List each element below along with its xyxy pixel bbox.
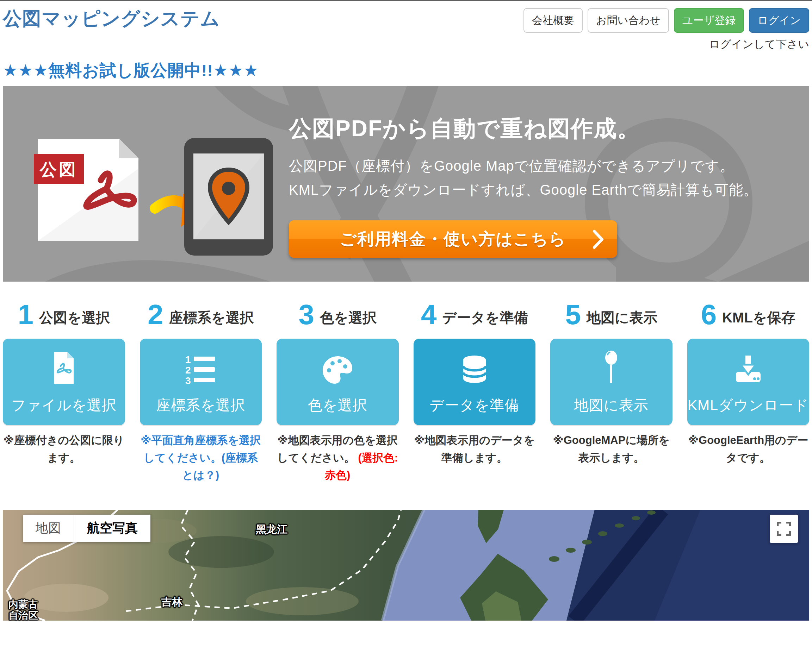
map-label-inner-mongolia-2: 自治区 <box>8 609 38 621</box>
hero-illustration: 公図 <box>24 86 292 282</box>
step-note: ※地図表示用の色を選択してください。 (選択色:赤色) <box>276 432 399 484</box>
svg-text:2: 2 <box>185 365 191 376</box>
map-type-button-satellite[interactable]: 航空写真 <box>73 514 150 542</box>
step-number: 3 <box>299 301 314 329</box>
step-number: 2 <box>148 301 163 329</box>
fullscreen-button[interactable] <box>770 514 798 543</box>
kml-download-tile[interactable]: KMLダウンロード <box>687 339 809 425</box>
step-number: 6 <box>701 301 717 329</box>
step-note-crs-link[interactable]: ※平面直角座標系を選択してください。(座標系とは？) <box>140 432 262 484</box>
login-hint-text: ログインして下さい <box>3 37 809 52</box>
tile-label: データを準備 <box>429 396 519 415</box>
map-pin-icon <box>603 349 620 384</box>
step-title: データを準備 <box>443 302 528 327</box>
tablet-icon <box>184 138 273 256</box>
svg-text:1: 1 <box>185 354 191 365</box>
step-title: 公図を選択 <box>39 302 110 327</box>
select-color-tile[interactable]: 色を選択 <box>276 339 399 425</box>
step-column-select-crs: 2 座標系を選択 1 2 3 座標系を選択 ※平面直角座標系を選択してください。… <box>140 298 262 495</box>
step-title: 色を選択 <box>320 302 377 327</box>
hero-banner: 公図 公図PDFから自動で重ね図作成 <box>3 86 809 282</box>
step-note: ※GoogleMAPに場所を表示します。 <box>550 432 673 466</box>
login-button[interactable]: ログイン <box>749 8 809 33</box>
palette-icon <box>322 349 353 384</box>
download-icon <box>733 349 763 384</box>
numbered-list-icon: 1 2 3 <box>185 349 217 384</box>
step-column-show-on-map: 5 地図に表示 地図に表示 ※GoogleMAPに場所を表示します。 <box>550 298 673 495</box>
fullscreen-icon <box>777 522 791 536</box>
step-title: 座標系を選択 <box>169 302 254 327</box>
pdf-file-icon <box>51 349 76 384</box>
tile-label: KMLダウンロード <box>688 396 809 415</box>
header-nav: 会社概要 お問い合わせ ユーザ登録 ログイン <box>524 8 809 33</box>
workflow-steps: 1 公図を選択 ファイルを選択 ※座標付きの公図に限ります。 2 座標系を選択 <box>3 298 809 495</box>
chevron-right-icon <box>592 230 604 249</box>
step-column-select-color: 3 色を選択 色を選択 ※地図表示用の色を選択してください。 (選択色:赤色) <box>276 298 399 495</box>
page-title: 公図マッピングシステム <box>3 7 220 30</box>
step-column-save-kml: 6 KMLを保存 KMLダウンロード ※GoogleEarth用のデータです。 <box>687 298 809 495</box>
show-on-map-tile[interactable]: 地図に表示 <box>550 339 673 425</box>
step-title: 地図に表示 <box>586 302 657 327</box>
pricing-usage-cta-button[interactable]: ご利用料金・使い方はこちら <box>289 221 617 258</box>
step-note: ※座標付きの公図に限ります。 <box>3 432 125 466</box>
cta-label: ご利用料金・使い方はこちら <box>340 228 566 250</box>
svg-text:3: 3 <box>185 375 191 384</box>
free-trial-banner-text: ★★★無料お試し版公開中!!★★★ <box>3 59 809 82</box>
map-type-control: 地図 航空写真 <box>23 514 150 542</box>
header: 公図マッピングシステム 会社概要 お問い合わせ ユーザ登録 ログイン <box>3 7 809 33</box>
step-number: 4 <box>421 301 437 329</box>
step-title: KMLを保存 <box>722 302 795 327</box>
select-crs-tile[interactable]: 1 2 3 座標系を選択 <box>140 339 262 425</box>
hero-subline-1: 公図PDF（座標付）をGoogle Mapで位置確認ができるアプリです。 <box>289 159 758 173</box>
contact-button[interactable]: お問い合わせ <box>588 8 669 33</box>
svg-text:公図: 公図 <box>39 160 78 179</box>
company-overview-button[interactable]: 会社概要 <box>524 8 583 33</box>
tile-label: 座標系を選択 <box>156 396 245 415</box>
step-number: 5 <box>565 301 581 329</box>
step-column-prepare-data: 4 データを準備 データを準備 ※地図表示用のデータを準備します。 <box>414 298 536 495</box>
step-column-select-file: 1 公図を選択 ファイルを選択 ※座標付きの公図に限ります。 <box>3 298 125 495</box>
step-note: ※地図表示用のデータを準備します。 <box>414 432 536 466</box>
hero-text-block: 公図PDFから自動で重ね図作成。 公図PDF（座標付）をGoogle Mapで位… <box>289 113 758 197</box>
prepare-data-tile[interactable]: データを準備 <box>414 339 536 425</box>
kouzu-badge: 公図 <box>34 154 84 184</box>
database-icon <box>461 349 488 384</box>
step-number: 1 <box>18 301 34 329</box>
user-register-button[interactable]: ユーザ登録 <box>674 8 744 33</box>
tile-label: ファイルを選択 <box>11 396 117 415</box>
map-type-button-map[interactable]: 地図 <box>23 514 73 542</box>
tile-label: 地図に表示 <box>574 396 649 415</box>
page: 公図マッピングシステム 会社概要 お問い合わせ ユーザ登録 ログイン ログインし… <box>0 7 812 653</box>
step-note: ※GoogleEarth用のデータです。 <box>687 432 809 466</box>
hero-heading: 公図PDFから自動で重ね図作成。 <box>289 113 758 144</box>
hero-subline-2: KMLファイルをダウンロードすれば、Google Earthで簡易計算も可能。 <box>289 183 758 197</box>
select-file-tile[interactable]: ファイルを選択 <box>3 339 125 425</box>
tile-label: 色を選択 <box>308 396 368 415</box>
map-label-heilongjiang: 黑龙江 <box>256 522 287 537</box>
google-map-satellite-view[interactable]: 地図 航空写真 黑龙江 吉林 内蒙古 自治区 <box>3 510 809 621</box>
map-label-jilin: 吉林 <box>161 595 183 609</box>
